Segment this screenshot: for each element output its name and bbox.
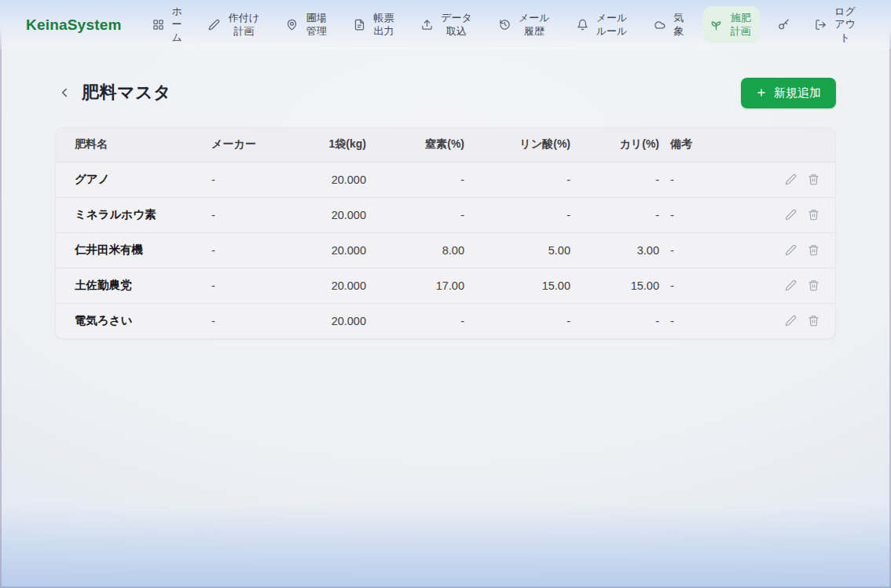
cell-nitrogen: - xyxy=(366,162,464,197)
edit-button[interactable] xyxy=(783,172,798,188)
cell-potassium: 3.00 xyxy=(570,232,659,268)
trash-icon xyxy=(808,279,820,291)
cell-phosphate: 15.00 xyxy=(464,268,570,303)
page-title: 肥料マスタ xyxy=(82,81,171,104)
edit-icon xyxy=(785,244,797,256)
cell-note: - xyxy=(659,303,749,338)
cell-actions xyxy=(749,162,835,197)
cell-actions xyxy=(749,197,835,232)
trash-icon xyxy=(808,315,820,327)
table-header-row: 肥料名メーカー1袋(kg)窒素(%)リン酸(%)カリ(%)備考 xyxy=(56,128,835,162)
edit-button[interactable] xyxy=(783,313,798,329)
cell-actions xyxy=(749,303,835,338)
column-header-potassium: カリ(%) xyxy=(570,128,659,162)
cell-nitrogen: - xyxy=(366,197,464,232)
nav-item-label: 帳票出力 xyxy=(372,12,396,38)
cell-actions xyxy=(749,232,835,268)
back-button[interactable] xyxy=(55,83,74,102)
nav-item-label: 作付け計画 xyxy=(226,12,261,38)
nav-item-field-management[interactable]: 圃場管理 xyxy=(279,6,336,43)
cell-phosphate: 5.00 xyxy=(464,232,570,268)
nav-item-report-output[interactable]: 帳票出力 xyxy=(346,6,403,43)
cell-bag-kg: 20.000 xyxy=(290,232,366,268)
cell-bag-kg: 20.000 xyxy=(290,303,366,338)
cell-nitrogen: - xyxy=(366,303,464,338)
delete-button[interactable] xyxy=(805,278,821,294)
fertilizer-table-card: 肥料名メーカー1袋(kg)窒素(%)リン酸(%)カリ(%)備考 グアノ-20.0… xyxy=(55,127,836,339)
nav-item-label: ホーム xyxy=(170,5,184,45)
delete-button[interactable] xyxy=(805,172,821,188)
table-row: 仁井田米有機-20.0008.005.003.00- xyxy=(56,232,835,268)
column-header-nitrogen: 窒素(%) xyxy=(366,128,464,162)
nav-item-label: メールルール xyxy=(595,12,629,38)
nav-item-logout[interactable]: ログアウト xyxy=(808,0,864,49)
edit-button[interactable] xyxy=(783,243,798,258)
main-content: 肥料マスタ 新規追加 肥料名メーカー1袋(kg)窒素(%)リン酸(%)カリ(%)… xyxy=(0,77,891,339)
cell-maker: - xyxy=(211,197,290,232)
edit-icon xyxy=(785,315,797,327)
nav-item-home[interactable]: ホーム xyxy=(145,0,191,49)
cell-fertilizer-name: 電気ろさい xyxy=(56,303,211,338)
cell-potassium: - xyxy=(570,162,659,197)
cell-nitrogen: 8.00 xyxy=(366,232,464,268)
page-header: 肥料マスタ 新規追加 xyxy=(55,77,836,108)
delete-button[interactable] xyxy=(805,313,821,329)
cell-bag-kg: 20.000 xyxy=(290,268,366,303)
column-header-maker: メーカー xyxy=(211,128,290,162)
document-icon xyxy=(354,19,365,31)
cell-actions xyxy=(749,268,835,303)
edit-button[interactable] xyxy=(783,278,798,294)
row-actions xyxy=(749,278,821,294)
cell-phosphate: - xyxy=(464,162,570,197)
upload-icon xyxy=(421,19,433,31)
column-header-actions xyxy=(749,128,835,162)
cell-potassium: - xyxy=(570,303,659,338)
nav-item-label: 気象 xyxy=(672,12,685,38)
table-row: ミネラルホウ素-20.000---- xyxy=(56,197,835,232)
logout-icon xyxy=(815,19,827,31)
cell-bag-kg: 20.000 xyxy=(290,197,366,232)
cell-maker: - xyxy=(211,232,290,268)
edit-icon xyxy=(785,279,797,291)
nav-item-planting-plan[interactable]: 作付け計画 xyxy=(201,6,268,43)
nav-item-mail-rules[interactable]: メールルール xyxy=(570,6,636,43)
delete-button[interactable] xyxy=(805,207,821,223)
delete-button[interactable] xyxy=(805,243,821,258)
cell-potassium: - xyxy=(570,197,659,232)
nav-item-data-import[interactable]: データ取込 xyxy=(414,6,481,43)
key-icon xyxy=(778,19,790,31)
plus-icon xyxy=(756,87,767,98)
table-row: グアノ-20.000---- xyxy=(56,162,835,197)
add-new-button[interactable]: 新規追加 xyxy=(741,78,836,108)
nav-menu: ホーム作付け計画圃場管理帳票出力データ取込メール履歴メールルール気象施肥計画ログ… xyxy=(145,0,864,49)
cell-nitrogen: 17.00 xyxy=(366,268,464,303)
cell-phosphate: - xyxy=(464,303,570,338)
cell-maker: - xyxy=(211,162,290,197)
home-grid-icon xyxy=(152,19,164,31)
cell-maker: - xyxy=(211,268,290,303)
cell-fertilizer-name: 土佐勤農党 xyxy=(56,268,211,303)
nav-item-mail-history[interactable]: メール履歴 xyxy=(492,6,559,43)
cell-bag-kg: 20.000 xyxy=(290,162,366,197)
add-new-button-label: 新規追加 xyxy=(774,86,821,100)
column-header-fertilizer-name: 肥料名 xyxy=(56,128,211,162)
edit-button[interactable] xyxy=(783,207,798,223)
column-header-phosphate: リン酸(%) xyxy=(464,128,570,162)
row-actions xyxy=(749,313,821,329)
cell-note: - xyxy=(659,232,749,268)
table-row: 電気ろさい-20.000---- xyxy=(56,303,835,338)
nav-item-fertilization-plan[interactable]: 施肥計画 xyxy=(703,6,760,43)
edit-icon xyxy=(785,173,797,185)
cell-fertilizer-name: グアノ xyxy=(56,162,211,197)
trash-icon xyxy=(808,244,820,256)
cell-fertilizer-name: 仁井田米有機 xyxy=(56,232,211,268)
app-window: KeinaSystem ホーム作付け計画圃場管理帳票出力データ取込メール履歴メー… xyxy=(0,0,891,588)
nav-item-password[interactable] xyxy=(771,13,797,36)
row-actions xyxy=(749,172,821,188)
cell-note: - xyxy=(659,268,749,303)
cloud-icon xyxy=(654,19,666,31)
sprout-icon xyxy=(710,19,722,31)
brand-logo[interactable]: KeinaSystem xyxy=(26,16,122,34)
nav-item-weather[interactable]: 気象 xyxy=(647,6,692,43)
edit-icon xyxy=(785,209,797,221)
